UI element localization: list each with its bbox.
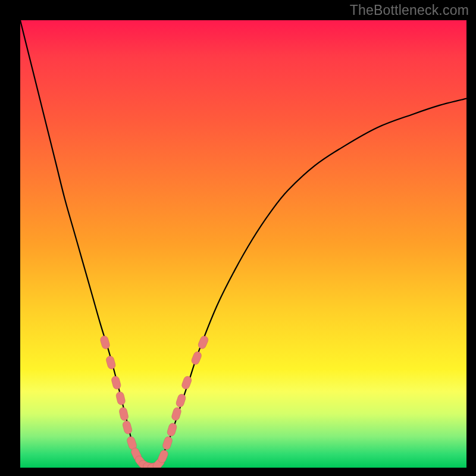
chart-frame: TheBottleneck.com (0, 0, 476, 476)
series-marker (111, 375, 121, 390)
series-marker (118, 407, 129, 421)
series-marker (162, 436, 173, 450)
series-marker (171, 406, 182, 421)
series-marker (105, 355, 116, 370)
series-marker (122, 420, 133, 435)
left-branch-path (20, 20, 154, 468)
watermark-text: TheBottleneck.com (350, 2, 469, 18)
chart-svg (20, 20, 466, 468)
series-marker (197, 335, 209, 350)
series-marker (99, 335, 111, 350)
series-marker (181, 375, 193, 390)
marker-layer (99, 335, 209, 468)
series-marker (167, 422, 178, 437)
right-branch-path (154, 99, 466, 468)
series-marker (190, 350, 202, 365)
series-marker (115, 391, 126, 405)
series-marker (175, 393, 186, 408)
